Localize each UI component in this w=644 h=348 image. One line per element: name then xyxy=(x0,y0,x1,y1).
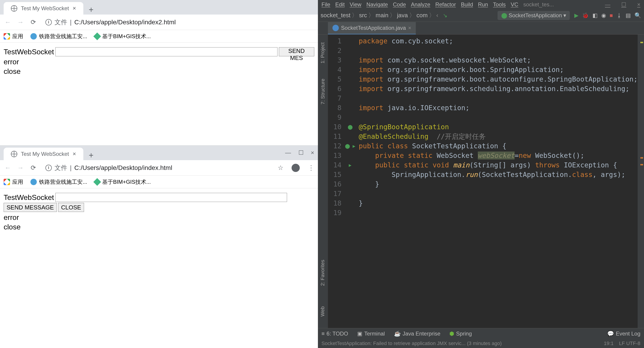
minimize-button[interactable]: — xyxy=(603,1,612,8)
tool-project[interactable]: 1: Project xyxy=(306,42,340,64)
tool-java-enterprise[interactable]: ☕Java Enterprise xyxy=(394,330,440,337)
url-field[interactable]: i 文件 | C:/Users/apple/Desktop/index.html xyxy=(42,164,273,172)
tool-todo[interactable]: ≡6: TODO xyxy=(322,330,348,337)
close-button[interactable]: CLOSE xyxy=(58,203,84,212)
bookmark-apps[interactable]: 应用 xyxy=(4,178,23,186)
rail-icon xyxy=(30,33,37,40)
search-button[interactable]: 🔍 xyxy=(634,12,641,19)
back-button[interactable]: ← xyxy=(4,18,12,26)
vcs-button[interactable]: ⭳ xyxy=(616,12,622,19)
bookmark-rail[interactable]: 铁路营业线施工安... xyxy=(30,33,87,40)
scrollbar[interactable] xyxy=(638,34,644,328)
browser-window-2: Test My WebSocket × + — ☐ × ← → ⟳ i 文件 |… xyxy=(0,146,318,236)
stop-button[interactable]: ■ xyxy=(610,12,613,19)
menu-code[interactable]: Code xyxy=(391,1,408,8)
menu-file[interactable]: File xyxy=(320,1,332,8)
send-message-button[interactable]: SEND MESSAGE xyxy=(4,203,57,212)
url-field[interactable]: i 文件 | C:/Users/apple/Desktop/index2.htm… xyxy=(42,18,314,26)
browser-window-1: Test My WebSocket × + ← → ⟳ i 文件 | C:/Us… xyxy=(0,0,318,146)
bottom-toolbar: ≡6: TODO ▣Terminal ☕Java Enterprise ⬢Spr… xyxy=(318,328,644,339)
reload-button[interactable]: ⟳ xyxy=(29,18,37,26)
run-config-icon: ⬤ xyxy=(501,12,507,19)
editor-tab[interactable]: SocketTestApplication.java × xyxy=(328,22,416,34)
back-button[interactable]: ← xyxy=(4,164,12,172)
window-controls: — ☐ × xyxy=(603,1,642,8)
structure-button[interactable]: ▤ xyxy=(626,12,631,19)
rail-icon xyxy=(30,179,37,185)
tab[interactable]: Test My WebSocket × xyxy=(4,148,83,160)
tab[interactable]: Test My WebSocket × xyxy=(4,2,83,14)
menu-view[interactable]: View xyxy=(348,1,363,8)
minimize-button[interactable]: — xyxy=(285,149,291,156)
menu-edit[interactable]: Edit xyxy=(333,1,346,8)
coverage-button[interactable]: ◧ xyxy=(592,12,598,19)
maximize-button[interactable]: ☐ xyxy=(620,1,628,8)
apps-icon xyxy=(4,33,10,40)
warn-mark xyxy=(640,157,643,158)
debug-button[interactable]: 🐞 xyxy=(582,12,589,19)
log-line: error xyxy=(4,57,314,67)
close-icon[interactable]: × xyxy=(73,150,76,158)
tool-terminal[interactable]: ▣Terminal xyxy=(357,330,385,337)
tab-title: Test My WebSocket xyxy=(21,151,69,157)
forward-button[interactable]: → xyxy=(16,18,24,26)
bim-icon xyxy=(93,178,101,186)
intellij-ide: File Edit View Navigate Code Analyze Ref… xyxy=(318,0,644,348)
menu-analyze[interactable]: Analyze xyxy=(409,1,432,8)
bookmark-bim[interactable]: 基于BIM+GIS技术... xyxy=(94,33,151,40)
tool-web[interactable]: Web xyxy=(306,306,340,317)
message-input[interactable] xyxy=(56,47,278,56)
profile-button[interactable]: ◉ xyxy=(601,12,606,19)
hammer-icon[interactable]: ↘ xyxy=(443,12,447,19)
log-line: error xyxy=(4,213,314,222)
url-path: C:/Users/apple/Desktop/index2.html xyxy=(74,19,176,26)
menu-navigate[interactable]: Navigate xyxy=(364,1,390,8)
bookmark-apps[interactable]: 应用 xyxy=(4,33,23,40)
close-icon[interactable]: × xyxy=(73,5,76,12)
code-content[interactable]: package com.cyb.socket; import com.cyb.s… xyxy=(356,34,638,328)
cursor-position[interactable]: 19:1 xyxy=(604,340,614,346)
nav-toolbar: socket_test〉 src〉 main〉 java〉 com〉 ‹ ↘ ⬤… xyxy=(318,9,644,22)
new-tab-button[interactable]: + xyxy=(83,5,99,14)
tool-spring[interactable]: ⬢Spring xyxy=(450,330,472,337)
more-icon[interactable]: ⋮ xyxy=(308,164,314,172)
tool-structure[interactable]: 7: Structure xyxy=(306,78,340,104)
info-icon[interactable]: i xyxy=(46,19,52,26)
status-message: SocketTestApplication: Failed to retriev… xyxy=(322,340,502,346)
event-log[interactable]: 💬Event Log xyxy=(607,330,640,337)
close-button[interactable]: × xyxy=(311,149,314,156)
reload-button[interactable]: ⟳ xyxy=(29,164,37,172)
tool-favorites[interactable]: 2: Favorites xyxy=(306,260,340,286)
bookmark-rail[interactable]: 铁路营业线施工安... xyxy=(30,178,87,186)
bookmark-bim[interactable]: 基于BIM+GIS技术... xyxy=(94,178,151,186)
message-input[interactable] xyxy=(56,193,287,202)
address-bar: ← → ⟳ i 文件 | C:/Users/apple/Desktop/inde… xyxy=(0,14,318,30)
star-icon[interactable]: ☆ xyxy=(278,164,284,172)
chevron-down-icon: ▾ xyxy=(564,12,566,19)
menu-vcs[interactable]: VC xyxy=(509,1,520,8)
close-icon[interactable]: × xyxy=(408,25,411,31)
menu-run[interactable]: Run xyxy=(476,1,490,8)
new-tab-button[interactable]: + xyxy=(83,150,99,160)
url-path: C:/Users/apple/Desktop/index.html xyxy=(74,164,172,172)
editor-tabs: SocketTestApplication.java × xyxy=(318,22,644,34)
forward-button[interactable]: → xyxy=(16,164,24,172)
page-title: TestWebSocket xyxy=(4,48,54,56)
breadcrumb[interactable]: socket_test〉 src〉 main〉 java〉 com〉 ‹ xyxy=(321,11,438,19)
menu-build[interactable]: Build xyxy=(459,1,475,8)
log-line: close xyxy=(4,67,314,76)
apps-icon xyxy=(4,179,10,185)
run-config-selector[interactable]: ⬤ SocketTestApplication ▾ xyxy=(498,11,570,20)
java-icon xyxy=(332,25,339,31)
menu-tools[interactable]: Tools xyxy=(491,1,508,8)
menu-refactor[interactable]: Refactor xyxy=(434,1,458,8)
profile-avatar[interactable] xyxy=(292,164,300,172)
code-editor[interactable]: 12345678910111213141516171819 ⬤⬤ ▶▶ pack… xyxy=(328,34,644,328)
url-label: 文件 xyxy=(54,18,67,26)
encoding[interactable]: LF UTF-8 xyxy=(619,340,640,346)
maximize-button[interactable]: ☐ xyxy=(298,149,304,156)
info-icon[interactable]: i xyxy=(46,165,52,171)
gutter-marks: ⬤⬤ ▶▶ xyxy=(344,34,356,328)
run-button[interactable]: ▶ xyxy=(574,12,578,19)
close-button[interactable]: × xyxy=(635,1,642,8)
